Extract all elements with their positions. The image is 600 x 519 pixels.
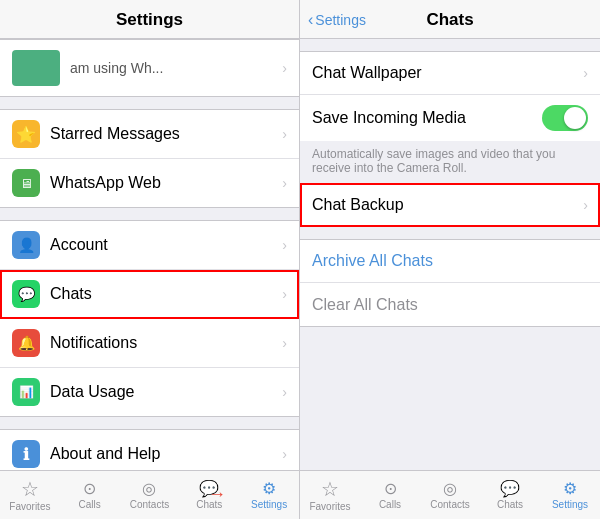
tab-calls[interactable]: ⊙ Calls — [60, 471, 120, 519]
account-icon: 👤 — [12, 231, 40, 259]
whatsapp-web-item[interactable]: 🖥 WhatsApp Web › — [0, 159, 299, 208]
account-item[interactable]: 👤 Account › — [0, 220, 299, 270]
chat-wallpaper-item[interactable]: Chat Wallpaper › — [300, 51, 600, 95]
tab-favorites-label: Favorites — [309, 501, 350, 512]
chevron-icon: › — [282, 60, 287, 76]
right-tab-settings[interactable]: ⚙ Settings — [540, 471, 600, 519]
section-1: ⭐ Starred Messages › 🖥 WhatsApp Web › — [0, 109, 299, 208]
chat-wallpaper-label: Chat Wallpaper — [312, 64, 583, 82]
tab-settings-label: Settings — [251, 499, 287, 510]
arrow-indicator: → — [208, 484, 226, 505]
tab-chats-label: Chats — [497, 499, 523, 510]
chevron-icon: › — [282, 286, 287, 302]
notifications-label: Notifications — [50, 334, 282, 352]
clear-all-label: Clear All Chats — [312, 296, 418, 314]
back-chevron-icon: ‹ — [308, 11, 313, 29]
settings-list: am using Wh... › ⭐ Starred Messages › 🖥 … — [0, 39, 299, 470]
right-header-title: Chats — [426, 10, 473, 30]
clear-all-chats-item[interactable]: Clear All Chats — [300, 283, 600, 327]
notifications-item[interactable]: 🔔 Notifications › — [0, 319, 299, 368]
save-media-toggle[interactable] — [542, 105, 588, 131]
data-usage-label: Data Usage — [50, 383, 282, 401]
avatar — [12, 50, 60, 86]
archive-all-chats-item[interactable]: Archive All Chats — [300, 239, 600, 283]
save-media-item[interactable]: Save Incoming Media — [300, 95, 600, 141]
right-nav-header: ‹ Settings Chats — [300, 0, 600, 39]
right-tab-chats[interactable]: 💬 Chats — [480, 471, 540, 519]
right-tab-favorites[interactable]: ☆ Favorites — [300, 471, 360, 519]
right-panel: ‹ Settings Chats Chat Wallpaper › Save I… — [300, 0, 600, 519]
action-section: Archive All Chats Clear All Chats — [300, 239, 600, 327]
favorites-icon: ☆ — [21, 479, 39, 499]
profile-item[interactable]: am using Wh... › — [0, 39, 299, 97]
about-label: About and Help — [50, 445, 282, 463]
calls-icon: ⊙ — [384, 481, 397, 497]
starred-label: Starred Messages — [50, 125, 282, 143]
save-media-description: Automatically save images and video that… — [300, 141, 600, 183]
chevron-icon: › — [282, 384, 287, 400]
right-tab-calls[interactable]: ⊙ Calls — [360, 471, 420, 519]
chevron-icon: › — [282, 175, 287, 191]
favorites-icon: ☆ — [321, 479, 339, 499]
chat-backup-label: Chat Backup — [312, 196, 583, 214]
whatsapp-web-label: WhatsApp Web — [50, 174, 282, 192]
left-tab-bar-container: ☆ Favorites ⊙ Calls ◎ Contacts 💬 Chats ⚙ — [0, 470, 299, 519]
tab-calls-label: Calls — [79, 499, 101, 510]
right-tab-contacts[interactable]: ◎ Contacts — [420, 471, 480, 519]
contacts-icon: ◎ — [142, 481, 156, 497]
app-container: Settings am using Wh... › ⭐ Starred Mess… — [0, 0, 600, 519]
about-icon: ℹ — [12, 440, 40, 468]
chats-tab-icon: 💬 — [500, 481, 520, 497]
save-media-label: Save Incoming Media — [312, 109, 542, 127]
chevron-icon: › — [282, 446, 287, 462]
tab-favorites[interactable]: ☆ Favorites — [0, 471, 60, 519]
chevron-icon: › — [583, 65, 588, 81]
tab-settings-label: Settings — [552, 499, 588, 510]
chat-backup-item[interactable]: Chat Backup › — [300, 183, 600, 227]
left-header-title: Settings — [116, 10, 183, 29]
chevron-icon: › — [282, 335, 287, 351]
right-list: Chat Wallpaper › Save Incoming Media Aut… — [300, 39, 600, 470]
calls-icon: ⊙ — [83, 481, 96, 497]
tab-settings[interactable]: ⚙ Settings — [239, 471, 299, 519]
chevron-icon: › — [583, 197, 588, 213]
tab-favorites-label: Favorites — [9, 501, 50, 512]
right-section-1: Chat Wallpaper › Save Incoming Media Aut… — [300, 51, 600, 227]
data-usage-icon: 📊 — [12, 378, 40, 406]
back-label: Settings — [315, 12, 366, 28]
tab-contacts-label: Contacts — [130, 499, 169, 510]
chats-icon: 💬 — [12, 280, 40, 308]
tab-calls-label: Calls — [379, 499, 401, 510]
left-tab-bar: → ☆ Favorites ⊙ Calls ◎ Contacts 💬 Chats — [0, 470, 299, 519]
contacts-icon: ◎ — [443, 481, 457, 497]
notifications-icon: 🔔 — [12, 329, 40, 357]
chats-item[interactable]: 💬 Chats › — [0, 270, 299, 319]
profile-status: am using Wh... — [70, 60, 282, 76]
about-help-item[interactable]: ℹ About and Help › — [0, 429, 299, 470]
tab-contacts-label: Contacts — [430, 499, 469, 510]
left-nav-header: Settings — [0, 0, 299, 39]
settings-icon: ⚙ — [563, 481, 577, 497]
data-usage-item[interactable]: 📊 Data Usage › — [0, 368, 299, 417]
tab-contacts[interactable]: ◎ Contacts — [120, 471, 180, 519]
archive-all-label: Archive All Chats — [312, 252, 433, 270]
left-panel: Settings am using Wh... › ⭐ Starred Mess… — [0, 0, 300, 519]
settings-icon: ⚙ — [262, 481, 276, 497]
section-3: ℹ About and Help › — [0, 429, 299, 470]
chats-label: Chats — [50, 285, 282, 303]
whatsapp-web-icon: 🖥 — [12, 169, 40, 197]
account-label: Account — [50, 236, 282, 254]
section-2: 👤 Account › 💬 Chats › 🔔 Notifications › … — [0, 220, 299, 417]
chevron-icon: › — [282, 237, 287, 253]
chevron-icon: › — [282, 126, 287, 142]
starred-messages-item[interactable]: ⭐ Starred Messages › — [0, 109, 299, 159]
back-button[interactable]: ‹ Settings — [308, 11, 366, 29]
right-tab-bar: ☆ Favorites ⊙ Calls ◎ Contacts 💬 Chats ⚙… — [300, 470, 600, 519]
starred-icon: ⭐ — [12, 120, 40, 148]
